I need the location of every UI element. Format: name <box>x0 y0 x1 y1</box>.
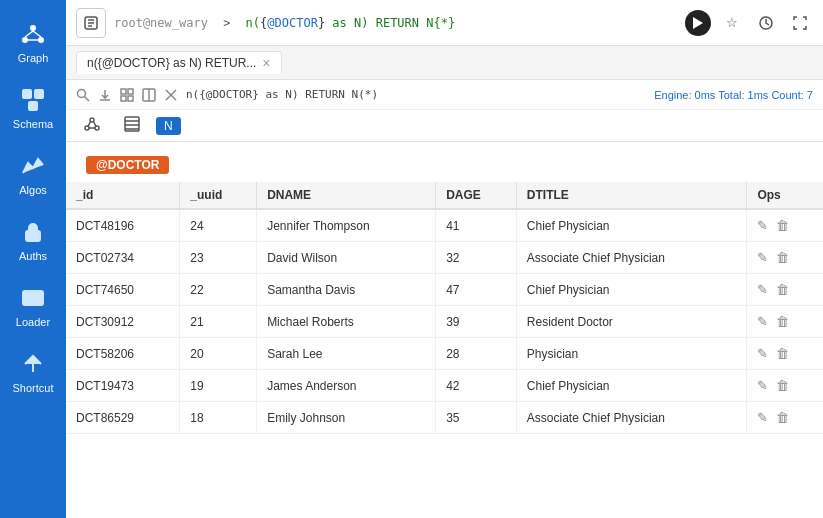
col-header-dtitle: DTITLE <box>516 182 747 209</box>
topbar-actions: ☆ <box>685 10 813 36</box>
cell-ops: ✎ 🗑 <box>747 338 823 370</box>
cell-dage: 35 <box>436 402 517 434</box>
sidebar-item-graph[interactable]: Graph <box>0 8 66 74</box>
table-row: DCT86529 18 Emily Johnson 35 Associate C… <box>66 402 823 434</box>
edit-icon[interactable]: ✎ <box>757 314 768 329</box>
cell-id: DCT19473 <box>66 370 180 402</box>
query-stats: Engine: 0ms Total: 1ms Count: 7 <box>654 89 813 101</box>
cell-uuid: 23 <box>180 242 257 274</box>
svg-rect-25 <box>121 96 126 101</box>
topbar: root@new_wary > n({@DOCTOR} as N) RETURN… <box>66 0 823 46</box>
graph-icon <box>17 18 49 50</box>
edit-icon[interactable]: ✎ <box>757 250 768 265</box>
svg-rect-7 <box>35 90 43 98</box>
svg-rect-6 <box>23 90 31 98</box>
cell-dname: Jennifer Thompson <box>257 209 436 242</box>
cell-dage: 28 <box>436 338 517 370</box>
close-query-icon[interactable] <box>164 88 178 102</box>
download-icon[interactable] <box>98 88 112 102</box>
cell-uuid: 24 <box>180 209 257 242</box>
cell-dtitle: Resident Doctor <box>516 306 747 338</box>
cell-id: DCT48196 <box>66 209 180 242</box>
shortcut-icon <box>17 348 49 380</box>
svg-line-21 <box>85 96 90 101</box>
sidebar-label-algos: Algos <box>19 184 47 196</box>
delete-icon[interactable]: 🗑 <box>776 250 789 265</box>
fullscreen-button[interactable] <box>787 10 813 36</box>
query-icon-button[interactable] <box>76 8 106 38</box>
edit-icon[interactable]: ✎ <box>757 282 768 297</box>
cell-dname: Samantha Davis <box>257 274 436 306</box>
svg-point-0 <box>30 25 36 31</box>
query-tab[interactable]: n({@DOCTOR} as N) RETUR... × <box>76 51 282 74</box>
loader-icon <box>17 282 49 314</box>
delete-icon[interactable]: 🗑 <box>776 282 789 297</box>
svg-point-20 <box>78 89 86 97</box>
grid-icon[interactable] <box>120 88 134 102</box>
n-tab-label: N <box>164 119 173 133</box>
svg-point-1 <box>22 37 28 43</box>
col-header-uuid: _uuid <box>180 182 257 209</box>
svg-rect-24 <box>128 89 133 94</box>
cell-dtitle: Chief Physician <box>516 370 747 402</box>
cell-dname: Sarah Lee <box>257 338 436 370</box>
cell-dtitle: Chief Physician <box>516 209 747 242</box>
cell-dname: Emily Johnson <box>257 402 436 434</box>
delete-icon[interactable]: 🗑 <box>776 346 789 361</box>
tab-title: n({@DOCTOR} as N) RETUR... <box>87 56 256 70</box>
cell-dage: 32 <box>436 242 517 274</box>
delete-icon[interactable]: 🗑 <box>776 378 789 393</box>
tab-close-button[interactable]: × <box>262 56 270 70</box>
edit-icon[interactable]: ✎ <box>757 218 768 233</box>
tabbar: n({@DOCTOR} as N) RETUR... × <box>66 46 823 80</box>
sidebar-item-loader[interactable]: Loader <box>0 272 66 338</box>
query-display: n({@DOCTOR} as N) RETURN N{*} <box>246 16 677 30</box>
sidebar-item-auths[interactable]: Auths <box>0 206 66 272</box>
cell-uuid: 19 <box>180 370 257 402</box>
cell-dname: James Anderson <box>257 370 436 402</box>
history-button[interactable] <box>753 10 779 36</box>
table-row: DCT48196 24 Jennifer Thompson 41 Chief P… <box>66 209 823 242</box>
sidebar-item-algos[interactable]: Algos <box>0 140 66 206</box>
sidebar-item-schema[interactable]: Schema <box>0 74 66 140</box>
sidebar: Graph Schema Algos Auths <box>0 0 66 518</box>
cell-ops: ✎ 🗑 <box>747 402 823 434</box>
cell-id: DCT02734 <box>66 242 180 274</box>
edit-icon[interactable]: ✎ <box>757 378 768 393</box>
col-header-id: _id <box>66 182 180 209</box>
cell-id: DCT30912 <box>66 306 180 338</box>
schema-icon <box>17 84 49 116</box>
svg-point-2 <box>38 37 44 43</box>
cell-id: DCT58206 <box>66 338 180 370</box>
result-tab-graph[interactable] <box>76 114 108 137</box>
svg-rect-26 <box>128 96 133 101</box>
delete-icon[interactable]: 🗑 <box>776 314 789 329</box>
star-button[interactable]: ☆ <box>719 10 745 36</box>
table-row: DCT74650 22 Samantha Davis 47 Chief Phys… <box>66 274 823 306</box>
cell-id: DCT86529 <box>66 402 180 434</box>
delete-icon[interactable]: 🗑 <box>776 218 789 233</box>
cell-dage: 39 <box>436 306 517 338</box>
col-header-dage: DAGE <box>436 182 517 209</box>
sidebar-label-auths: Auths <box>19 250 47 262</box>
svg-rect-23 <box>121 89 126 94</box>
sidebar-item-shortcut[interactable]: Shortcut <box>0 338 66 404</box>
result-tab-n[interactable]: N <box>156 117 181 135</box>
tag-container: @DOCTOR <box>66 142 823 182</box>
result-tab-table[interactable] <box>116 114 148 137</box>
edit-icon[interactable]: ✎ <box>757 410 768 425</box>
columns-icon[interactable] <box>142 88 156 102</box>
svg-rect-8 <box>29 102 37 110</box>
main-content: root@new_wary > n({@DOCTOR} as N) RETURN… <box>66 0 823 518</box>
cell-uuid: 21 <box>180 306 257 338</box>
table-row: DCT02734 23 David Wilson 32 Associate Ch… <box>66 242 823 274</box>
run-button[interactable] <box>685 10 711 36</box>
col-header-dname: DNAME <box>257 182 436 209</box>
table-row: DCT58206 20 Sarah Lee 28 Physician ✎ 🗑 <box>66 338 823 370</box>
algos-icon <box>17 150 49 182</box>
col-header-ops: Ops <box>747 182 823 209</box>
delete-icon[interactable]: 🗑 <box>776 410 789 425</box>
edit-icon[interactable]: ✎ <box>757 346 768 361</box>
cell-ops: ✎ 🗑 <box>747 209 823 242</box>
star-icon: ☆ <box>726 15 738 30</box>
